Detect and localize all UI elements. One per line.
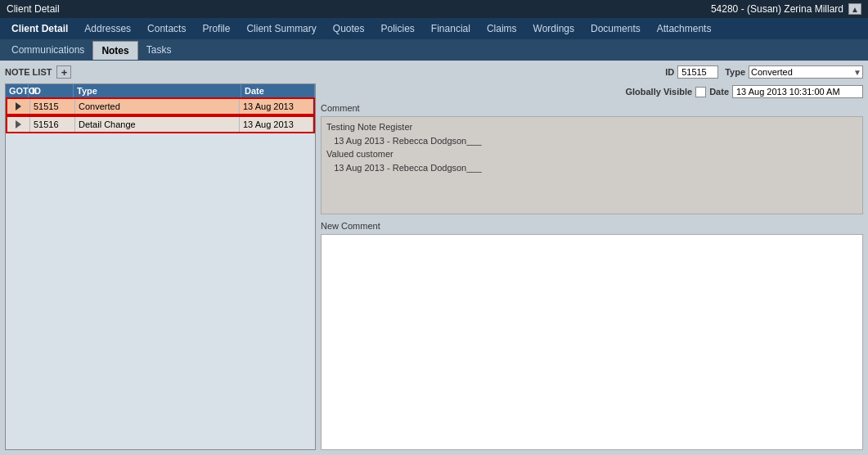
main-nav: Client Detail Addresses Contacts Profile…: [0, 18, 868, 39]
note-list-label: NOTE LIST: [5, 67, 52, 77]
table-row[interactable]: 51516 Detail Change 13 Aug 2013: [6, 115, 315, 133]
note-id-2: 51516: [30, 117, 75, 132]
main-nav-contacts[interactable]: Contacts: [139, 20, 194, 38]
goto-cell-2[interactable]: [7, 117, 30, 132]
title-bar-right-group: 54280 - (Susan) Zerina Millard ▲: [711, 3, 861, 15]
table-row[interactable]: 51515 Converted 13 Aug 2013: [6, 97, 315, 115]
main-nav-client-detail[interactable]: Client Detail: [3, 20, 76, 38]
main-nav-client-summary[interactable]: Client Summary: [238, 20, 324, 38]
note-type-1: Converted: [75, 99, 240, 114]
sub-nav: Communications Notes Tasks: [0, 39, 868, 61]
globally-visible-label: Globally Visible: [625, 87, 692, 97]
new-comment-textarea[interactable]: [321, 234, 863, 450]
main-nav-attachments[interactable]: Attachments: [649, 20, 720, 38]
right-fields-row: ID 51515 Type Converted Detail Change Ge…: [321, 65, 863, 79]
date-label: Date: [709, 87, 729, 97]
note-date-1: 13 Aug 2013: [240, 99, 313, 114]
goto-arrow-icon[interactable]: [16, 120, 21, 128]
main-nav-wordings[interactable]: Wordings: [525, 20, 582, 38]
id-field-group: ID 51515: [665, 65, 718, 79]
main-nav-quotes[interactable]: Quotes: [325, 20, 373, 38]
main-nav-documents[interactable]: Documents: [582, 20, 649, 38]
add-note-button[interactable]: +: [56, 65, 71, 79]
col-goto: GOTO: [6, 84, 29, 97]
id-label: ID: [665, 67, 674, 77]
note-id-1: 51515: [30, 99, 75, 114]
type-select-wrapper[interactable]: Converted Detail Change General ▼: [749, 65, 863, 79]
content-area: NOTE LIST + GOTO ID Type Date 51515 Conv…: [0, 61, 868, 455]
main-nav-financial[interactable]: Financial: [423, 20, 479, 38]
col-date: Date: [241, 84, 315, 97]
main-nav-policies[interactable]: Policies: [373, 20, 423, 38]
type-label: Type: [725, 67, 745, 77]
left-panel: NOTE LIST + GOTO ID Type Date 51515 Conv…: [5, 65, 316, 450]
goto-arrow-icon[interactable]: [16, 102, 21, 110]
date-value: 13 Aug 2013 10:31:00 AM: [732, 85, 863, 98]
globally-visible-checkbox[interactable]: [695, 87, 706, 97]
new-comment-label: New Comment: [321, 221, 863, 231]
globally-row: Globally Visible Date 13 Aug 2013 10:31:…: [321, 85, 863, 98]
comment-label: Comment: [321, 103, 863, 113]
note-type-2: Detail Change: [75, 117, 240, 132]
comment-box: Testing Note Register 13 Aug 2013 - Rebe…: [321, 116, 863, 214]
type-select[interactable]: Converted Detail Change General: [749, 65, 863, 79]
note-list-header: NOTE LIST +: [5, 65, 316, 79]
col-id: ID: [29, 84, 74, 97]
note-table: GOTO ID Type Date 51515 Converted 13 Aug…: [5, 83, 316, 450]
sub-nav-tasks[interactable]: Tasks: [138, 41, 180, 59]
note-table-body: 51515 Converted 13 Aug 2013 51516 Detail…: [6, 97, 315, 133]
title-bar-right-text: 54280 - (Susan) Zerina Millard: [711, 3, 843, 15]
collapse-button[interactable]: ▲: [848, 3, 861, 15]
goto-cell-1[interactable]: [7, 99, 30, 114]
comment-section: Comment Testing Note Register 13 Aug 201…: [321, 103, 863, 450]
col-type: Type: [74, 84, 241, 97]
title-bar-left: Client Detail: [7, 3, 60, 15]
title-bar: Client Detail 54280 - (Susan) Zerina Mil…: [0, 0, 868, 18]
note-date-2: 13 Aug 2013: [240, 117, 313, 132]
main-nav-addresses[interactable]: Addresses: [76, 20, 139, 38]
note-table-header: GOTO ID Type Date: [6, 84, 315, 97]
type-field-group: Type Converted Detail Change General ▼: [725, 65, 863, 79]
sub-nav-notes[interactable]: Notes: [92, 41, 137, 60]
id-value: 51515: [677, 65, 718, 79]
sub-nav-communications[interactable]: Communications: [3, 41, 92, 59]
right-panel: ID 51515 Type Converted Detail Change Ge…: [321, 65, 863, 450]
main-nav-claims[interactable]: Claims: [479, 20, 525, 38]
main-nav-profile[interactable]: Profile: [194, 20, 238, 38]
